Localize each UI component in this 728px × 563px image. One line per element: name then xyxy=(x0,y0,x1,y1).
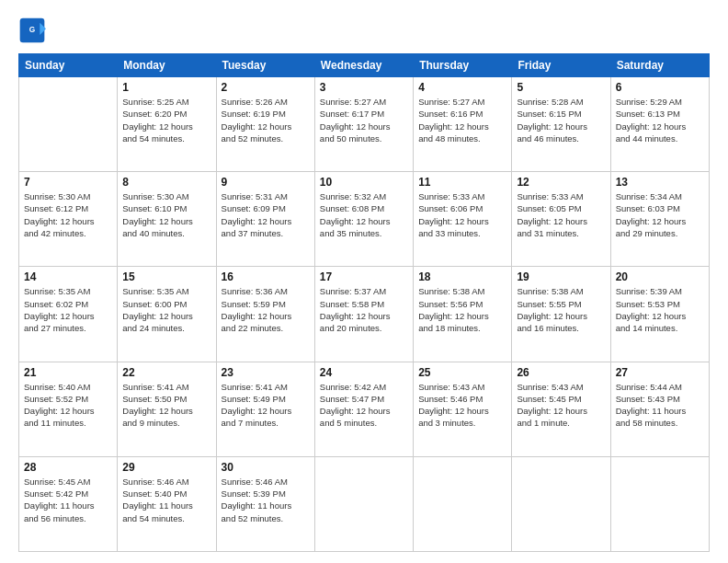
day-info: Sunrise: 5:46 AM Sunset: 5:40 PM Dayligh… xyxy=(122,476,210,524)
calendar-week-row: 1Sunrise: 5:25 AM Sunset: 6:20 PM Daylig… xyxy=(19,77,710,172)
day-number: 4 xyxy=(418,81,506,94)
day-info: Sunrise: 5:38 AM Sunset: 5:55 PM Dayligh… xyxy=(517,285,605,334)
calendar-header-sunday: Sunday xyxy=(19,54,118,77)
header: G xyxy=(18,17,710,44)
day-info: Sunrise: 5:27 AM Sunset: 6:17 PM Dayligh… xyxy=(320,96,408,144)
calendar-cell: 21Sunrise: 5:40 AM Sunset: 5:52 PM Dayli… xyxy=(19,362,118,456)
day-info: Sunrise: 5:27 AM Sunset: 6:16 PM Dayligh… xyxy=(418,96,506,144)
day-number: 12 xyxy=(517,176,605,189)
calendar-week-row: 14Sunrise: 5:35 AM Sunset: 6:02 PM Dayli… xyxy=(19,267,710,362)
day-number: 8 xyxy=(122,176,210,189)
calendar-cell: 9Sunrise: 5:31 AM Sunset: 6:09 PM Daylig… xyxy=(216,172,314,267)
calendar-cell xyxy=(314,456,413,551)
day-number: 26 xyxy=(517,366,605,379)
day-number: 2 xyxy=(222,81,310,94)
calendar-cell xyxy=(610,456,709,551)
calendar-cell: 19Sunrise: 5:38 AM Sunset: 5:55 PM Dayli… xyxy=(512,267,610,362)
day-number: 17 xyxy=(320,270,408,283)
calendar-cell: 14Sunrise: 5:35 AM Sunset: 6:02 PM Dayli… xyxy=(19,267,118,362)
page: G SundayMondayTuesdayWednesdayThursdayFr… xyxy=(0,0,728,563)
calendar-header-tuesday: Tuesday xyxy=(216,54,314,77)
day-number: 20 xyxy=(616,270,704,283)
calendar-week-row: 28Sunrise: 5:45 AM Sunset: 5:42 PM Dayli… xyxy=(19,456,710,551)
day-number: 9 xyxy=(222,176,310,189)
day-info: Sunrise: 5:41 AM Sunset: 5:50 PM Dayligh… xyxy=(122,381,210,430)
day-info: Sunrise: 5:42 AM Sunset: 5:47 PM Dayligh… xyxy=(320,381,408,430)
day-info: Sunrise: 5:36 AM Sunset: 5:59 PM Dayligh… xyxy=(222,285,310,334)
calendar-cell: 30Sunrise: 5:46 AM Sunset: 5:39 PM Dayli… xyxy=(216,456,314,551)
calendar-cell: 22Sunrise: 5:41 AM Sunset: 5:50 PM Dayli… xyxy=(118,362,216,456)
calendar-cell: 4Sunrise: 5:27 AM Sunset: 6:16 PM Daylig… xyxy=(414,77,512,172)
day-info: Sunrise: 5:43 AM Sunset: 5:46 PM Dayligh… xyxy=(418,381,506,430)
calendar-header-row: SundayMondayTuesdayWednesdayThursdayFrid… xyxy=(19,54,710,77)
day-info: Sunrise: 5:39 AM Sunset: 5:53 PM Dayligh… xyxy=(616,285,704,334)
day-number: 11 xyxy=(418,176,506,189)
day-number: 23 xyxy=(222,366,310,379)
calendar-cell: 25Sunrise: 5:43 AM Sunset: 5:46 PM Dayli… xyxy=(414,362,512,456)
calendar-cell: 29Sunrise: 5:46 AM Sunset: 5:40 PM Dayli… xyxy=(118,456,216,551)
calendar-header-thursday: Thursday xyxy=(414,54,512,77)
day-number: 29 xyxy=(122,461,210,474)
calendar-cell: 12Sunrise: 5:33 AM Sunset: 6:05 PM Dayli… xyxy=(512,172,610,267)
day-info: Sunrise: 5:25 AM Sunset: 6:20 PM Dayligh… xyxy=(122,96,210,144)
day-number: 22 xyxy=(122,366,210,379)
calendar-cell: 6Sunrise: 5:29 AM Sunset: 6:13 PM Daylig… xyxy=(610,77,709,172)
calendar-cell: 23Sunrise: 5:41 AM Sunset: 5:49 PM Dayli… xyxy=(216,362,314,456)
calendar-cell: 13Sunrise: 5:34 AM Sunset: 6:03 PM Dayli… xyxy=(610,172,709,267)
day-info: Sunrise: 5:46 AM Sunset: 5:39 PM Dayligh… xyxy=(222,476,310,524)
day-number: 13 xyxy=(616,176,704,189)
day-number: 27 xyxy=(616,366,704,379)
day-info: Sunrise: 5:33 AM Sunset: 6:06 PM Dayligh… xyxy=(418,190,506,239)
calendar-cell: 7Sunrise: 5:30 AM Sunset: 6:12 PM Daylig… xyxy=(19,172,118,267)
calendar-header-friday: Friday xyxy=(512,54,610,77)
day-number: 21 xyxy=(24,366,112,379)
day-info: Sunrise: 5:30 AM Sunset: 6:12 PM Dayligh… xyxy=(24,190,112,239)
calendar-cell xyxy=(512,456,610,551)
day-number: 1 xyxy=(122,81,210,94)
day-number: 24 xyxy=(320,366,408,379)
day-number: 7 xyxy=(24,176,112,189)
calendar-header-monday: Monday xyxy=(118,54,216,77)
calendar-cell: 5Sunrise: 5:28 AM Sunset: 6:15 PM Daylig… xyxy=(512,77,610,172)
day-number: 18 xyxy=(418,270,506,283)
day-info: Sunrise: 5:33 AM Sunset: 6:05 PM Dayligh… xyxy=(517,190,605,239)
day-info: Sunrise: 5:35 AM Sunset: 6:00 PM Dayligh… xyxy=(122,285,210,334)
calendar-cell xyxy=(414,456,512,551)
day-info: Sunrise: 5:30 AM Sunset: 6:10 PM Dayligh… xyxy=(122,190,210,239)
day-info: Sunrise: 5:40 AM Sunset: 5:52 PM Dayligh… xyxy=(24,381,112,430)
day-number: 16 xyxy=(222,270,310,283)
calendar-cell: 28Sunrise: 5:45 AM Sunset: 5:42 PM Dayli… xyxy=(19,456,118,551)
calendar-cell: 24Sunrise: 5:42 AM Sunset: 5:47 PM Dayli… xyxy=(314,362,413,456)
svg-text:G: G xyxy=(29,25,35,34)
calendar-cell: 18Sunrise: 5:38 AM Sunset: 5:56 PM Dayli… xyxy=(414,267,512,362)
day-number: 25 xyxy=(418,366,506,379)
calendar-header-saturday: Saturday xyxy=(610,54,709,77)
day-info: Sunrise: 5:31 AM Sunset: 6:09 PM Dayligh… xyxy=(222,190,310,239)
calendar-cell: 8Sunrise: 5:30 AM Sunset: 6:10 PM Daylig… xyxy=(118,172,216,267)
day-number: 15 xyxy=(122,270,210,283)
day-info: Sunrise: 5:45 AM Sunset: 5:42 PM Dayligh… xyxy=(24,476,112,524)
day-number: 14 xyxy=(24,270,112,283)
calendar-week-row: 21Sunrise: 5:40 AM Sunset: 5:52 PM Dayli… xyxy=(19,362,710,456)
logo: G xyxy=(18,17,50,44)
day-number: 28 xyxy=(24,461,112,474)
calendar-cell xyxy=(19,77,118,172)
day-info: Sunrise: 5:41 AM Sunset: 5:49 PM Dayligh… xyxy=(222,381,310,430)
calendar-header-wednesday: Wednesday xyxy=(314,54,413,77)
day-number: 10 xyxy=(320,176,408,189)
calendar-cell: 1Sunrise: 5:25 AM Sunset: 6:20 PM Daylig… xyxy=(118,77,216,172)
day-number: 30 xyxy=(222,461,310,474)
day-info: Sunrise: 5:37 AM Sunset: 5:58 PM Dayligh… xyxy=(320,285,408,334)
day-number: 19 xyxy=(517,270,605,283)
calendar-cell: 27Sunrise: 5:44 AM Sunset: 5:43 PM Dayli… xyxy=(610,362,709,456)
day-info: Sunrise: 5:38 AM Sunset: 5:56 PM Dayligh… xyxy=(418,285,506,334)
day-number: 3 xyxy=(320,81,408,94)
logo-icon: G xyxy=(18,17,46,44)
day-info: Sunrise: 5:35 AM Sunset: 6:02 PM Dayligh… xyxy=(24,285,112,334)
day-info: Sunrise: 5:44 AM Sunset: 5:43 PM Dayligh… xyxy=(616,381,704,430)
day-info: Sunrise: 5:43 AM Sunset: 5:45 PM Dayligh… xyxy=(517,381,605,430)
calendar-cell: 15Sunrise: 5:35 AM Sunset: 6:00 PM Dayli… xyxy=(118,267,216,362)
day-info: Sunrise: 5:34 AM Sunset: 6:03 PM Dayligh… xyxy=(616,190,704,239)
calendar-cell: 20Sunrise: 5:39 AM Sunset: 5:53 PM Dayli… xyxy=(610,267,709,362)
calendar-cell: 10Sunrise: 5:32 AM Sunset: 6:08 PM Dayli… xyxy=(314,172,413,267)
